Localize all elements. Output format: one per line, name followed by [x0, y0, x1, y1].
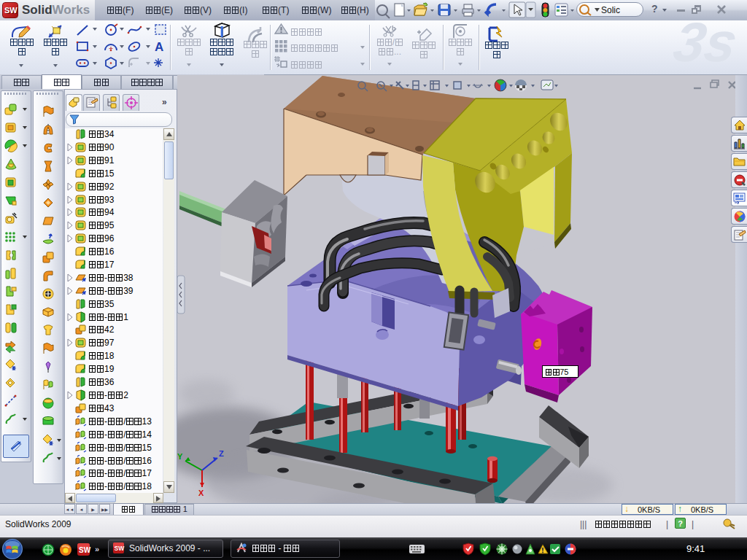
svg-text:SW: SW: [79, 546, 91, 554]
svg-text:X: X: [198, 489, 204, 497]
svg-text:Z: Z: [219, 449, 224, 458]
svg-text:Y: Y: [177, 452, 183, 461]
svg-text:»: »: [95, 545, 99, 553]
svg-text:SW: SW: [115, 545, 125, 552]
svg-text:b: b: [392, 25, 396, 32]
svg-text:A: A: [155, 40, 163, 54]
